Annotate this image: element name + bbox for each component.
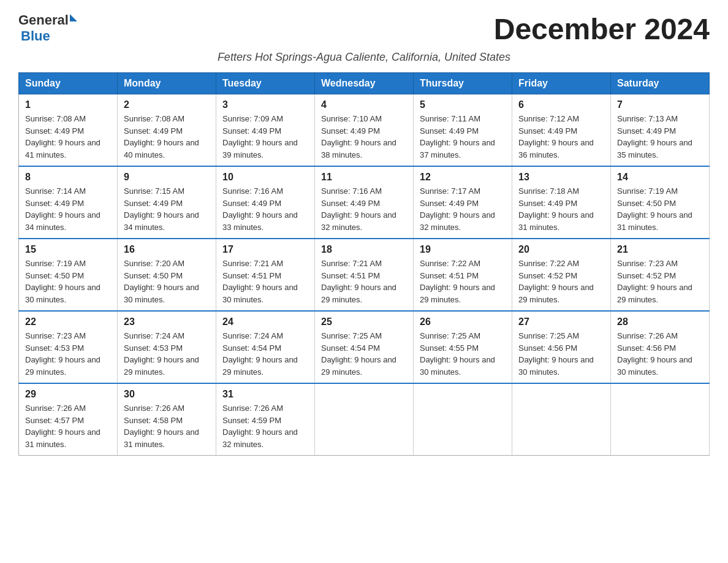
day-info: Sunrise: 7:18 AMSunset: 4:49 PMDaylight:… — [518, 185, 604, 233]
calendar-day-cell — [611, 383, 710, 456]
day-info: Sunrise: 7:19 AMSunset: 4:50 PMDaylight:… — [617, 185, 703, 233]
weekday-header-wednesday: Wednesday — [315, 73, 414, 94]
day-number: 31 — [222, 389, 308, 400]
calendar-day-cell: 27Sunrise: 7:25 AMSunset: 4:56 PMDayligh… — [512, 311, 611, 383]
day-info: Sunrise: 7:25 AMSunset: 4:56 PMDaylight:… — [518, 330, 604, 378]
calendar-day-cell: 1Sunrise: 7:08 AMSunset: 4:49 PMDaylight… — [19, 94, 118, 167]
day-info: Sunrise: 7:10 AMSunset: 4:49 PMDaylight:… — [321, 113, 407, 161]
weekday-header-monday: Monday — [118, 73, 216, 94]
day-number: 28 — [617, 316, 703, 327]
day-number: 3 — [222, 99, 308, 110]
day-info: Sunrise: 7:13 AMSunset: 4:49 PMDaylight:… — [617, 113, 703, 161]
calendar-day-cell: 7Sunrise: 7:13 AMSunset: 4:49 PMDaylight… — [611, 94, 710, 167]
day-info: Sunrise: 7:26 AMSunset: 4:56 PMDaylight:… — [617, 330, 703, 378]
day-number: 14 — [617, 172, 703, 183]
day-number: 26 — [420, 316, 506, 327]
day-number: 21 — [617, 244, 703, 255]
day-number: 5 — [420, 99, 506, 110]
day-number: 18 — [321, 244, 407, 255]
day-number: 11 — [321, 172, 407, 183]
calendar-day-cell: 28Sunrise: 7:26 AMSunset: 4:56 PMDayligh… — [611, 311, 710, 383]
calendar-day-cell: 18Sunrise: 7:21 AMSunset: 4:51 PMDayligh… — [315, 239, 414, 311]
day-info: Sunrise: 7:09 AMSunset: 4:49 PMDaylight:… — [222, 113, 308, 161]
day-number: 24 — [222, 316, 308, 327]
day-number: 22 — [25, 316, 111, 327]
day-number: 27 — [518, 316, 604, 327]
day-number: 1 — [25, 99, 111, 110]
calendar-day-cell: 24Sunrise: 7:24 AMSunset: 4:54 PMDayligh… — [216, 311, 315, 383]
calendar-day-cell: 15Sunrise: 7:19 AMSunset: 4:50 PMDayligh… — [19, 239, 118, 311]
calendar-day-cell: 25Sunrise: 7:25 AMSunset: 4:54 PMDayligh… — [315, 311, 414, 383]
day-info: Sunrise: 7:22 AMSunset: 4:52 PMDaylight:… — [518, 258, 604, 305]
day-number: 8 — [25, 172, 111, 183]
calendar-day-cell: 9Sunrise: 7:15 AMSunset: 4:49 PMDaylight… — [118, 166, 216, 239]
location-subtitle: Fetters Hot Springs-Agua Caliente, Calif… — [18, 51, 710, 64]
day-info: Sunrise: 7:21 AMSunset: 4:51 PMDaylight:… — [222, 258, 308, 305]
calendar-body: 1Sunrise: 7:08 AMSunset: 4:49 PMDaylight… — [19, 94, 710, 456]
logo-triangle-icon — [70, 14, 77, 21]
day-number: 4 — [321, 99, 407, 110]
calendar-day-cell: 19Sunrise: 7:22 AMSunset: 4:51 PMDayligh… — [414, 239, 512, 311]
calendar-day-cell: 5Sunrise: 7:11 AMSunset: 4:49 PMDaylight… — [414, 94, 512, 167]
calendar-day-cell: 20Sunrise: 7:22 AMSunset: 4:52 PMDayligh… — [512, 239, 611, 311]
weekday-header-sunday: Sunday — [19, 73, 118, 94]
day-info: Sunrise: 7:11 AMSunset: 4:49 PMDaylight:… — [420, 113, 506, 161]
calendar-day-cell: 26Sunrise: 7:25 AMSunset: 4:55 PMDayligh… — [414, 311, 512, 383]
calendar-day-cell: 17Sunrise: 7:21 AMSunset: 4:51 PMDayligh… — [216, 239, 315, 311]
calendar-day-cell: 2Sunrise: 7:08 AMSunset: 4:49 PMDaylight… — [118, 94, 216, 167]
calendar-day-cell: 22Sunrise: 7:23 AMSunset: 4:53 PMDayligh… — [19, 311, 118, 383]
month-title: December 2024 — [494, 12, 710, 46]
day-number: 2 — [124, 99, 210, 110]
day-number: 7 — [617, 99, 703, 110]
day-info: Sunrise: 7:20 AMSunset: 4:50 PMDaylight:… — [124, 258, 210, 305]
day-number: 16 — [124, 244, 210, 255]
logo-blue-text: Blue — [21, 28, 50, 44]
day-info: Sunrise: 7:23 AMSunset: 4:53 PMDaylight:… — [25, 330, 111, 378]
calendar-day-cell: 8Sunrise: 7:14 AMSunset: 4:49 PMDaylight… — [19, 166, 118, 239]
calendar-day-cell: 30Sunrise: 7:26 AMSunset: 4:58 PMDayligh… — [118, 383, 216, 456]
day-number: 15 — [25, 244, 111, 255]
calendar-day-cell: 11Sunrise: 7:16 AMSunset: 4:49 PMDayligh… — [315, 166, 414, 239]
day-info: Sunrise: 7:08 AMSunset: 4:49 PMDaylight:… — [124, 113, 210, 161]
calendar-week-row: 22Sunrise: 7:23 AMSunset: 4:53 PMDayligh… — [19, 311, 710, 383]
day-number: 6 — [518, 99, 604, 110]
day-info: Sunrise: 7:16 AMSunset: 4:49 PMDaylight:… — [321, 185, 407, 233]
calendar-week-row: 8Sunrise: 7:14 AMSunset: 4:49 PMDaylight… — [19, 166, 710, 239]
weekday-header-row: SundayMondayTuesdayWednesdayThursdayFrid… — [19, 73, 710, 94]
day-info: Sunrise: 7:08 AMSunset: 4:49 PMDaylight:… — [25, 113, 111, 161]
day-number: 23 — [124, 316, 210, 327]
calendar-day-cell: 31Sunrise: 7:26 AMSunset: 4:59 PMDayligh… — [216, 383, 315, 456]
calendar-day-cell: 21Sunrise: 7:23 AMSunset: 4:52 PMDayligh… — [611, 239, 710, 311]
calendar-day-cell: 23Sunrise: 7:24 AMSunset: 4:53 PMDayligh… — [118, 311, 216, 383]
day-info: Sunrise: 7:12 AMSunset: 4:49 PMDaylight:… — [518, 113, 604, 161]
day-info: Sunrise: 7:24 AMSunset: 4:53 PMDaylight:… — [124, 330, 210, 378]
day-info: Sunrise: 7:24 AMSunset: 4:54 PMDaylight:… — [222, 330, 308, 378]
calendar-header: SundayMondayTuesdayWednesdayThursdayFrid… — [19, 73, 710, 94]
day-info: Sunrise: 7:16 AMSunset: 4:49 PMDaylight:… — [222, 185, 308, 233]
calendar-day-cell — [315, 383, 414, 456]
weekday-header-thursday: Thursday — [414, 73, 512, 94]
day-info: Sunrise: 7:15 AMSunset: 4:49 PMDaylight:… — [124, 185, 210, 233]
day-info: Sunrise: 7:19 AMSunset: 4:50 PMDaylight:… — [25, 258, 111, 305]
calendar-day-cell: 4Sunrise: 7:10 AMSunset: 4:49 PMDaylight… — [315, 94, 414, 167]
page-header: General Blue December 2024 — [18, 12, 710, 46]
day-number: 30 — [124, 389, 210, 400]
day-info: Sunrise: 7:26 AMSunset: 4:59 PMDaylight:… — [222, 402, 308, 450]
calendar-day-cell — [512, 383, 611, 456]
calendar-week-row: 29Sunrise: 7:26 AMSunset: 4:57 PMDayligh… — [19, 383, 710, 456]
day-info: Sunrise: 7:21 AMSunset: 4:51 PMDaylight:… — [321, 258, 407, 305]
day-info: Sunrise: 7:22 AMSunset: 4:51 PMDaylight:… — [420, 258, 506, 305]
calendar-day-cell: 14Sunrise: 7:19 AMSunset: 4:50 PMDayligh… — [611, 166, 710, 239]
day-info: Sunrise: 7:23 AMSunset: 4:52 PMDaylight:… — [617, 258, 703, 305]
calendar-week-row: 1Sunrise: 7:08 AMSunset: 4:49 PMDaylight… — [19, 94, 710, 167]
day-number: 25 — [321, 316, 407, 327]
calendar-day-cell: 16Sunrise: 7:20 AMSunset: 4:50 PMDayligh… — [118, 239, 216, 311]
calendar-day-cell: 12Sunrise: 7:17 AMSunset: 4:49 PMDayligh… — [414, 166, 512, 239]
calendar-week-row: 15Sunrise: 7:19 AMSunset: 4:50 PMDayligh… — [19, 239, 710, 311]
weekday-header-tuesday: Tuesday — [216, 73, 315, 94]
logo-general-text: General — [18, 12, 69, 28]
day-info: Sunrise: 7:26 AMSunset: 4:57 PMDaylight:… — [25, 402, 111, 450]
weekday-header-friday: Friday — [512, 73, 611, 94]
day-info: Sunrise: 7:14 AMSunset: 4:49 PMDaylight:… — [25, 185, 111, 233]
logo: General Blue — [18, 12, 77, 44]
